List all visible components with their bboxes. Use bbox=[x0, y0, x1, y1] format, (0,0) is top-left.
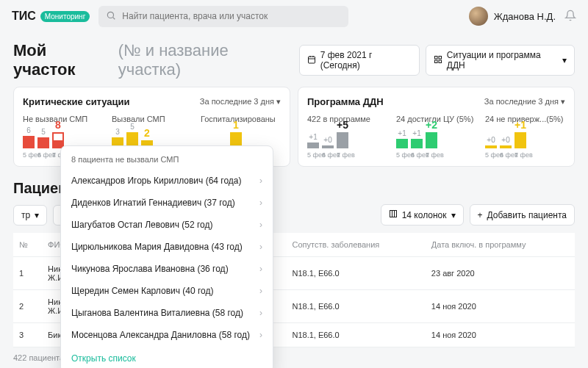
date-picker-button[interactable]: 7 фев 2021 г (Сегодня) bbox=[299, 45, 420, 76]
spark-bar bbox=[514, 132, 526, 148]
page-title: Мой участок bbox=[13, 41, 111, 79]
filter-button[interactable]: тр ▾ bbox=[13, 205, 47, 226]
popover-item[interactable]: Цирюльникова Мария Давидовна (43 год)› bbox=[61, 236, 273, 258]
ddn-card: Программа ДДН За последние 3 дня ▾ 422 в… bbox=[298, 87, 575, 167]
cell-num: 3 bbox=[13, 323, 42, 347]
chevron-right-icon: › bbox=[259, 308, 262, 318]
critical-card-title: Критические ситуации bbox=[23, 96, 130, 107]
popover-title: 8 пациента не вызвали СМП bbox=[61, 151, 273, 170]
spark-bar bbox=[337, 132, 348, 148]
spark-value: +0 bbox=[501, 136, 509, 144]
popover-item[interactable]: Мосенцова Александра Даниловна (58 год)› bbox=[61, 324, 273, 346]
bell-icon[interactable] bbox=[564, 10, 576, 24]
spark-value: +0 bbox=[487, 136, 495, 144]
spark-bar bbox=[23, 136, 35, 149]
col-comorb[interactable]: Сопутств. заболевания bbox=[286, 233, 425, 257]
col-date[interactable]: Дата включ. в программу bbox=[426, 233, 575, 257]
columns-label: 14 колонок bbox=[402, 210, 447, 220]
svg-rect-7 bbox=[439, 56, 442, 59]
logo-badge: Мониторинг bbox=[40, 11, 90, 22]
spark-value: +1 bbox=[412, 129, 420, 137]
popover-item[interactable]: Щередин Семен Карлович (40 год)› bbox=[61, 280, 273, 302]
ddn-card-title: Программа ДДН bbox=[307, 96, 384, 107]
svg-rect-10 bbox=[390, 211, 396, 217]
filter-label: тр bbox=[21, 210, 30, 220]
spark-bar bbox=[411, 139, 423, 148]
spark-bar bbox=[396, 139, 408, 148]
svg-line-1 bbox=[113, 17, 115, 19]
spark-value: 2 bbox=[144, 127, 150, 139]
popover-open-list-link[interactable]: Открыть список bbox=[61, 346, 273, 368]
date-picker-label: 7 фев 2021 г (Сегодня) bbox=[320, 50, 412, 71]
cell-num: 2 bbox=[13, 290, 42, 323]
search-input[interactable] bbox=[122, 11, 341, 21]
chevron-right-icon: › bbox=[259, 242, 262, 252]
columns-button[interactable]: 14 колонок ▾ bbox=[381, 204, 464, 226]
spark-value: +0 bbox=[323, 136, 331, 144]
spark-bar bbox=[37, 137, 49, 148]
spark-bar bbox=[485, 145, 497, 148]
cell-comorb: N18.1, E66.0 bbox=[286, 257, 425, 290]
popover-item-text: Мосенцова Александра Даниловна (58 год) bbox=[71, 330, 250, 340]
situations-label: Ситуации и программа ДДН bbox=[447, 50, 558, 71]
spark-value: +5 bbox=[337, 119, 348, 131]
svg-point-0 bbox=[108, 12, 114, 18]
spark-value: 3 bbox=[115, 128, 120, 136]
popover-item-text: Чикунова Ярослава Ивановна (36 год) bbox=[71, 264, 229, 274]
cell-date: 14 ноя 2020 bbox=[426, 323, 575, 347]
svg-rect-8 bbox=[434, 60, 437, 63]
chevron-down-icon: ▾ bbox=[562, 55, 567, 65]
spark-dates: 5 фев6 фев7 фев bbox=[485, 151, 565, 159]
popover-item[interactable]: Шагубатов Остап Левович (52 год)› bbox=[61, 214, 273, 236]
plus-icon: + bbox=[478, 210, 483, 220]
cell-comorb: N18.1, E66.0 bbox=[286, 323, 425, 347]
logo-text: ТИС bbox=[12, 10, 36, 23]
spark-value: +1 bbox=[309, 133, 317, 141]
chevron-right-icon: › bbox=[259, 198, 262, 208]
svg-rect-2 bbox=[308, 57, 315, 63]
spark-value: 6 bbox=[26, 126, 31, 134]
add-patient-button[interactable]: + Добавить пациента bbox=[470, 204, 575, 226]
popover-item[interactable]: Диденков Игнатий Геннадиевич (37 год)› bbox=[61, 192, 273, 214]
metric-label: Вызвали СМП bbox=[112, 115, 192, 123]
spark-bar bbox=[307, 142, 319, 148]
svg-rect-9 bbox=[439, 60, 442, 63]
cell-num: 1 bbox=[13, 257, 42, 290]
add-patient-label: Добавить пациента bbox=[487, 210, 567, 220]
cell-date: 23 авг 2020 bbox=[426, 257, 575, 290]
page-subtitle: (№ и название участка) bbox=[118, 41, 292, 79]
spark-value: +1 bbox=[398, 129, 406, 137]
popover-item-text: Цирюльникова Мария Давидовна (43 год) bbox=[71, 242, 243, 252]
logo: ТИС Мониторинг bbox=[12, 10, 90, 23]
popover-item-text: Диденков Игнатий Геннадиевич (37 год) bbox=[71, 198, 235, 208]
spark-bar bbox=[322, 145, 334, 148]
search-icon bbox=[106, 10, 116, 23]
chevron-right-icon: › bbox=[259, 330, 262, 340]
calendar-icon bbox=[307, 55, 316, 66]
user-menu[interactable]: Жданова Н.Д. bbox=[469, 7, 556, 26]
user-name: Жданова Н.Д. bbox=[494, 11, 556, 22]
spark-value: +1 bbox=[514, 119, 526, 131]
col-num[interactable]: № bbox=[13, 233, 42, 257]
spark-value: 8 bbox=[55, 119, 61, 131]
popover-item[interactable]: Александров Игорь Кириллович (64 года)› bbox=[61, 170, 273, 192]
popover-item-text: Шагубатов Остап Левович (52 год) bbox=[71, 220, 212, 230]
chevron-right-icon: › bbox=[259, 264, 262, 274]
spark-value: 5 bbox=[130, 123, 135, 131]
spark-value: +2 bbox=[426, 119, 437, 131]
svg-rect-6 bbox=[434, 56, 437, 59]
spark-bar bbox=[500, 145, 512, 148]
critical-range-selector[interactable]: За последние 3 дня ▾ bbox=[200, 97, 281, 107]
popover-item[interactable]: Чикунова Ярослава Ивановна (36 год)› bbox=[61, 258, 273, 280]
popover-item-text: Александров Игорь Кириллович (64 года) bbox=[71, 176, 242, 186]
cell-comorb: N18.1, E66.0 bbox=[286, 290, 425, 323]
spark-bar bbox=[426, 132, 437, 148]
situations-button[interactable]: Ситуации и программа ДДН ▾ bbox=[426, 45, 575, 76]
ddn-range-selector[interactable]: За последние 3 дня ▾ bbox=[484, 97, 565, 107]
grid-icon bbox=[434, 55, 442, 66]
critical-popover: 8 пациента не вызвали СМП Александров Иг… bbox=[60, 145, 273, 368]
spark-dates: 5 фев6 фев7 фев bbox=[307, 151, 387, 159]
search-box[interactable] bbox=[98, 6, 348, 27]
popover-item[interactable]: Цыганова Валентина Виталиевна (58 год)› bbox=[61, 302, 273, 324]
cell-date: 14 ноя 2020 bbox=[426, 290, 575, 323]
